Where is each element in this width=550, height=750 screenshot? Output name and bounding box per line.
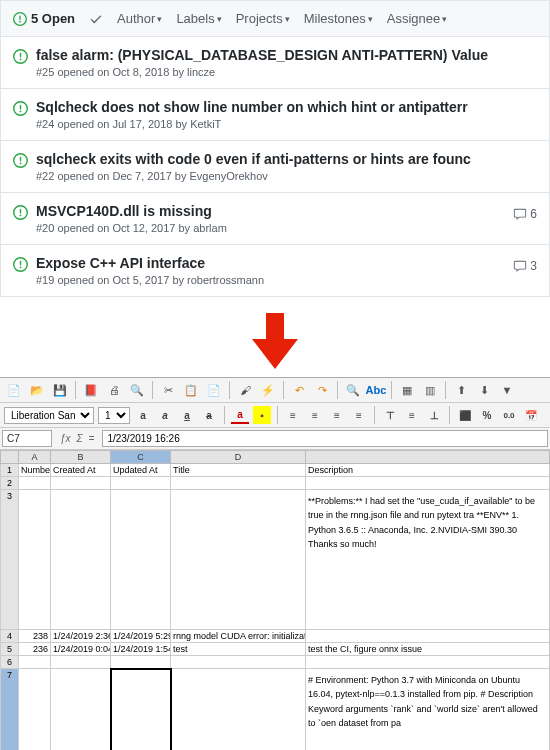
paste-icon[interactable]: 📄	[204, 380, 224, 400]
preview-icon[interactable]: 🔍	[127, 380, 147, 400]
column-header[interactable]: A	[19, 451, 51, 464]
function-wizard-icon[interactable]: ƒx	[60, 433, 71, 444]
cell[interactable]: **Problems:** I had set the "use_cuda_if…	[306, 490, 550, 630]
clear-format-icon[interactable]: ⚡	[258, 380, 278, 400]
italic-button[interactable]: a	[156, 406, 174, 424]
percent-button[interactable]: %	[478, 406, 496, 424]
cell[interactable]: 1/24/2019 0:04	[51, 643, 111, 656]
spellcheck-icon[interactable]: Abc	[366, 380, 386, 400]
cell[interactable]: 1/24/2019 2:36	[51, 630, 111, 643]
bold-button[interactable]: a	[134, 406, 152, 424]
open-issues-tab[interactable]: 5 Open	[13, 11, 75, 26]
cell[interactable]: rnng model CUDA error: initializatio	[171, 630, 306, 643]
column-header[interactable]: C	[111, 451, 171, 464]
issue-open-icon	[13, 257, 28, 275]
closed-issues-tab[interactable]	[89, 12, 103, 26]
cell[interactable]: 236	[19, 643, 51, 656]
row-header[interactable]: 2	[1, 477, 19, 490]
date-button[interactable]: 📅	[522, 406, 540, 424]
row-header[interactable]: 4	[1, 630, 19, 643]
strike-button[interactable]: a	[200, 406, 218, 424]
currency-button[interactable]: ⬛	[456, 406, 474, 424]
cell[interactable]	[306, 630, 550, 643]
cell-header[interactable]: Created At	[51, 464, 111, 477]
issue-row[interactable]: Expose C++ API interface #19 opened on O…	[1, 245, 549, 296]
cell-header[interactable]: Description	[306, 464, 550, 477]
col-icon[interactable]: ▥	[420, 380, 440, 400]
assignee-filter[interactable]: Assignee▾	[387, 11, 447, 26]
undo-icon[interactable]: ↶	[289, 380, 309, 400]
highlight-button[interactable]: ▪	[253, 406, 271, 424]
align-center-button[interactable]: ≡	[306, 406, 324, 424]
open-count: 5 Open	[31, 11, 75, 26]
selected-cell[interactable]	[111, 669, 171, 751]
issue-row[interactable]: false alarm: (PHYSICAL_DATABASE_DESIGN A…	[1, 37, 549, 89]
font-color-button[interactable]: a	[231, 406, 249, 424]
spreadsheet-toolbar-main: 📄 📂 💾 📕 🖨 🔍 ✂ 📋 📄 🖌 ⚡ ↶ ↷ 🔍 Abc ▦ ▥ ⬆ ⬇ …	[0, 377, 550, 403]
issue-title[interactable]: Sqlcheck does not show line number on wh…	[36, 99, 537, 115]
column-header[interactable]: D	[171, 451, 306, 464]
row-icon[interactable]: ▦	[397, 380, 417, 400]
cell-reference[interactable]: C7	[2, 430, 52, 447]
row-header[interactable]: 1	[1, 464, 19, 477]
font-size-select[interactable]: 10	[98, 407, 130, 424]
row-header[interactable]: 3	[1, 490, 19, 630]
sum-icon[interactable]: Σ	[77, 433, 83, 444]
cell[interactable]: # Environment: Python 3.7 with Miniconda…	[306, 669, 550, 751]
issue-row[interactable]: sqlcheck exits with code 0 even if anti-…	[1, 141, 549, 193]
issue-row[interactable]: MSVCP140D.dll is missing #20 opened on O…	[1, 193, 549, 245]
cell-header[interactable]: Updated At	[111, 464, 171, 477]
cell[interactable]: test the CI, figure onnx issue	[306, 643, 550, 656]
sort-asc-icon[interactable]: ⬆	[451, 380, 471, 400]
issue-meta: #22 opened on Dec 7, 2017 by EvgenyOrekh…	[36, 170, 537, 182]
cell[interactable]: 1/24/2019 5:29	[111, 630, 171, 643]
export-pdf-icon[interactable]: 📕	[81, 380, 101, 400]
valign-mid-button[interactable]: ≡	[403, 406, 421, 424]
column-header[interactable]	[306, 451, 550, 464]
issue-title[interactable]: Expose C++ API interface	[36, 255, 537, 271]
row-header[interactable]: 6	[1, 656, 19, 669]
comment-count[interactable]: 3	[513, 259, 537, 273]
spreadsheet-grid[interactable]: A B C D 1 Number Created At Updated At T…	[0, 450, 550, 750]
row-header[interactable]: 7	[1, 669, 19, 751]
cell[interactable]: test	[171, 643, 306, 656]
sort-desc-icon[interactable]: ⬇	[474, 380, 494, 400]
filter-icon[interactable]: ▼	[497, 380, 517, 400]
issue-title[interactable]: MSVCP140D.dll is missing	[36, 203, 537, 219]
issue-title[interactable]: false alarm: (PHYSICAL_DATABASE_DESIGN A…	[36, 47, 537, 63]
row-header[interactable]: 5	[1, 643, 19, 656]
align-left-button[interactable]: ≡	[284, 406, 302, 424]
issue-row[interactable]: Sqlcheck does not show line number on wh…	[1, 89, 549, 141]
grid-corner[interactable]	[1, 451, 19, 464]
cell[interactable]: 1/24/2019 1:54	[111, 643, 171, 656]
align-justify-button[interactable]: ≡	[350, 406, 368, 424]
open-folder-icon[interactable]: 📂	[27, 380, 47, 400]
milestones-filter[interactable]: Milestones▾	[304, 11, 373, 26]
formula-input[interactable]: 1/23/2019 16:26	[102, 430, 548, 447]
comment-count[interactable]: 6	[513, 207, 537, 221]
column-header[interactable]: B	[51, 451, 111, 464]
save-icon[interactable]: 💾	[50, 380, 70, 400]
cut-icon[interactable]: ✂	[158, 380, 178, 400]
labels-filter[interactable]: Labels▾	[176, 11, 221, 26]
find-icon[interactable]: 🔍	[343, 380, 363, 400]
author-filter[interactable]: Author▾	[117, 11, 162, 26]
projects-filter[interactable]: Projects▾	[236, 11, 290, 26]
number-button[interactable]: 0.0	[500, 406, 518, 424]
copy-icon[interactable]: 📋	[181, 380, 201, 400]
print-icon[interactable]: 🖨	[104, 380, 124, 400]
equals-icon[interactable]: =	[89, 433, 95, 444]
cell[interactable]: 238	[19, 630, 51, 643]
clone-format-icon[interactable]: 🖌	[235, 380, 255, 400]
valign-top-button[interactable]: ⊤	[381, 406, 399, 424]
underline-button[interactable]: a	[178, 406, 196, 424]
cell-header[interactable]: Title	[171, 464, 306, 477]
valign-bot-button[interactable]: ⊥	[425, 406, 443, 424]
new-doc-icon[interactable]: 📄	[4, 380, 24, 400]
comment-icon	[513, 207, 527, 221]
align-right-button[interactable]: ≡	[328, 406, 346, 424]
redo-icon[interactable]: ↷	[312, 380, 332, 400]
issue-title[interactable]: sqlcheck exits with code 0 even if anti-…	[36, 151, 537, 167]
cell-header[interactable]: Number	[19, 464, 51, 477]
font-name-select[interactable]: Liberation Sans	[4, 407, 94, 424]
